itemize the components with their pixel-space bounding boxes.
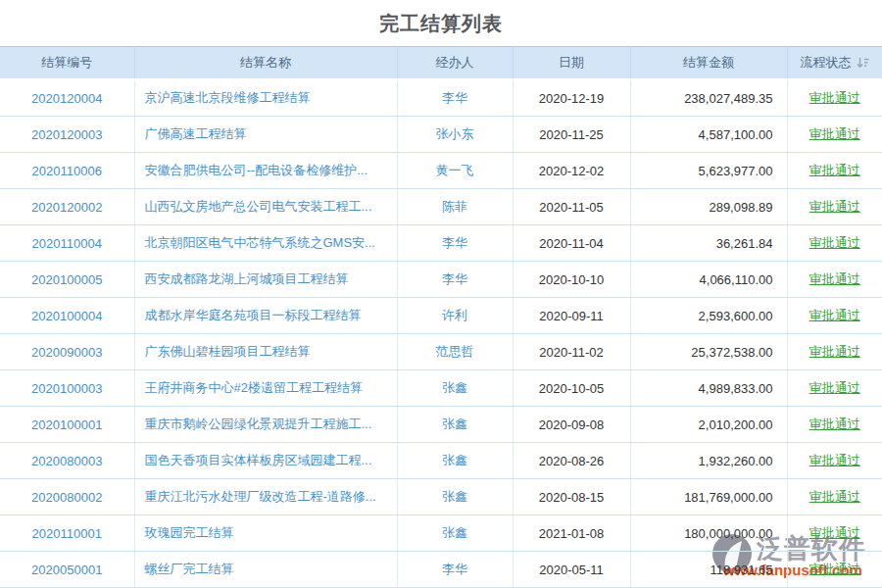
settlement-name-link[interactable]: 成都水岸华庭名苑项目一标段工程结算 — [145, 308, 362, 322]
cell-settlement-name: 山西弘文房地产总公司电气安装工程工... — [134, 189, 397, 225]
amount-value: 2,010,200.00 — [699, 417, 773, 432]
table-row: 2020120004京沪高速北京段维修工程结算李华2020-12-19238,0… — [0, 79, 882, 117]
status-link[interactable]: 审批通过 — [809, 126, 860, 141]
cell-settlement-id: 2020090003 — [0, 334, 134, 370]
column-header-handler: 经办人 — [397, 47, 513, 80]
settlement-id-link[interactable]: 2020090003 — [31, 345, 102, 360]
settlement-name-link[interactable]: 山西弘文房地产总公司电气安装工程工... — [145, 199, 372, 214]
cell-settlement-id: 2020120003 — [0, 117, 134, 153]
status-link[interactable]: 审批通过 — [809, 489, 860, 504]
column-header-name: 结算名称 — [134, 47, 397, 80]
handler-link[interactable]: 许利 — [442, 308, 467, 322]
handler-link[interactable]: 黄一飞 — [436, 163, 474, 177]
cell-status: 审批通过 — [787, 298, 882, 334]
handler-link[interactable]: 张鑫 — [442, 453, 467, 467]
handler-link[interactable]: 范思哲 — [436, 344, 474, 359]
handler-link[interactable]: 张小东 — [436, 126, 474, 141]
cell-date: 2020-08-15 — [513, 479, 630, 515]
table-row: 2020100005西安成都路龙湖上河城项目工程结算李华2020-10-104,… — [0, 262, 882, 298]
column-header-status[interactable]: 流程状态 — [787, 47, 882, 80]
settlement-id-link[interactable]: 2020110006 — [32, 164, 102, 178]
settlement-id-link[interactable]: 2020100004 — [31, 309, 102, 323]
column-header-label: 结算金额 — [683, 55, 734, 70]
cell-status: 审批通过 — [787, 370, 882, 407]
cell-status: 审批通过 — [787, 407, 882, 443]
handler-link[interactable]: 李华 — [442, 271, 467, 286]
status-link[interactable]: 审批通过 — [809, 416, 860, 431]
handler-link[interactable]: 张鑫 — [442, 380, 467, 395]
date-value: 2020-05-11 — [539, 563, 604, 577]
cell-handler: 范思哲 — [397, 334, 513, 370]
cell-status: 审批通过 — [787, 153, 882, 189]
cell-settlement-name: 京沪高速北京段维修工程结算 — [134, 79, 397, 117]
settlement-id-link[interactable]: 2020110001 — [32, 526, 102, 541]
sort-descending-icon — [857, 57, 869, 69]
status-link[interactable]: 审批通过 — [809, 562, 860, 576]
cell-date: 2020-10-10 — [513, 262, 630, 298]
status-link[interactable]: 审批通过 — [809, 271, 860, 286]
cell-handler: 张鑫 — [397, 407, 513, 443]
handler-link[interactable]: 李华 — [442, 235, 467, 250]
status-link[interactable]: 审批通过 — [809, 199, 860, 214]
handler-link[interactable]: 陈菲 — [442, 199, 467, 214]
status-link[interactable]: 审批通过 — [809, 453, 860, 467]
amount-value: 4,066,110.00 — [700, 272, 773, 287]
status-link[interactable]: 审批通过 — [809, 344, 860, 359]
status-link[interactable]: 审批通过 — [809, 380, 860, 395]
settlement-name-link[interactable]: 安徽合肥供电公司--配电设备检修维护... — [145, 163, 368, 177]
cell-settlement-name: 玫瑰园完工结算 — [134, 515, 397, 552]
settlement-name-link[interactable]: 西安成都路龙湖上河城项目工程结算 — [145, 271, 349, 286]
settlement-id-link[interactable]: 2020100005 — [31, 272, 102, 287]
status-link[interactable]: 审批通过 — [809, 90, 860, 105]
settlement-id-link[interactable]: 2020080003 — [31, 454, 102, 468]
cell-amount: 5,623,977.00 — [630, 153, 787, 189]
amount-value: 5,623,977.00 — [699, 164, 773, 178]
handler-link[interactable]: 张鑫 — [442, 416, 467, 431]
settlement-id-link[interactable]: 2020120004 — [31, 91, 102, 106]
cell-settlement-id: 2020080003 — [0, 443, 134, 479]
settlement-name-link[interactable]: 国色天香项目实体样板房区域园建工程... — [145, 453, 372, 467]
settlement-id-link[interactable]: 2020050001 — [31, 563, 102, 577]
settlement-name-link[interactable]: 螺丝厂完工结算 — [145, 562, 234, 576]
settlement-id-link[interactable]: 2020120003 — [31, 127, 102, 142]
status-link[interactable]: 审批通过 — [809, 308, 860, 322]
table-row: 2020120003广佛高速工程结算张小东2020-11-254,587,100… — [0, 117, 882, 153]
status-link[interactable]: 审批通过 — [809, 235, 860, 250]
amount-value: 289,098.89 — [709, 200, 772, 215]
settlement-id-link[interactable]: 2020100003 — [31, 381, 102, 396]
settlement-id-link[interactable]: 2020080002 — [31, 490, 102, 505]
cell-settlement-id: 2020110001 — [0, 515, 134, 552]
cell-date: 2020-12-02 — [513, 153, 630, 189]
settlement-name-link[interactable]: 京沪高速北京段维修工程结算 — [145, 90, 311, 105]
handler-link[interactable]: 李华 — [442, 562, 467, 576]
settlement-name-link[interactable]: 重庆市鹅岭公园绿化景观提升工程施工... — [145, 416, 372, 431]
settlement-name-link[interactable]: 玫瑰园完工结算 — [145, 525, 234, 540]
settlement-name-link[interactable]: 重庆江北污水处理厂级改造工程-道路修... — [145, 489, 376, 504]
cell-date: 2020-08-26 — [513, 443, 630, 479]
amount-value: 181,769,000.00 — [684, 490, 772, 505]
settlement-name-link[interactable]: 王府井商务中心#2楼遗留工程工程结算 — [145, 380, 363, 395]
cell-amount: 25,372,538.00 — [630, 334, 787, 370]
date-value: 2020-11-02 — [539, 345, 604, 360]
handler-link[interactable]: 张鑫 — [442, 489, 467, 504]
cell-handler: 张鑫 — [397, 370, 513, 407]
page-title: 完工结算列表 — [0, 0, 882, 46]
cell-settlement-name: 广佛高速工程结算 — [134, 117, 397, 153]
date-value: 2020-09-08 — [539, 417, 605, 432]
cell-handler: 张鑫 — [397, 443, 513, 479]
handler-link[interactable]: 张鑫 — [442, 525, 467, 540]
settlement-name-link[interactable]: 北京朝阳区电气中芯特气系统之GMS安... — [145, 235, 375, 250]
table-row: 2020080003国色天香项目实体样板房区域园建工程...张鑫2020-08-… — [0, 443, 882, 479]
settlement-name-link[interactable]: 广佛高速工程结算 — [145, 126, 247, 141]
date-value: 2020-11-04 — [539, 236, 604, 251]
handler-link[interactable]: 李华 — [442, 90, 467, 105]
status-link[interactable]: 审批通过 — [809, 163, 860, 177]
settlement-name-link[interactable]: 广东佛山碧桂园项目工程结算 — [145, 344, 311, 359]
amount-value: 238,027,489.35 — [684, 91, 772, 106]
settlement-id-link[interactable]: 2020120002 — [31, 200, 102, 215]
settlement-id-link[interactable]: 2020110004 — [32, 236, 102, 251]
table-row: 2020100001重庆市鹅岭公园绿化景观提升工程施工...张鑫2020-09-… — [0, 407, 882, 443]
table-row: 2020110001玫瑰园完工结算张鑫2021-01-08180,000,000… — [0, 515, 882, 552]
status-link[interactable]: 审批通过 — [809, 525, 860, 540]
settlement-id-link[interactable]: 2020100001 — [31, 417, 102, 432]
